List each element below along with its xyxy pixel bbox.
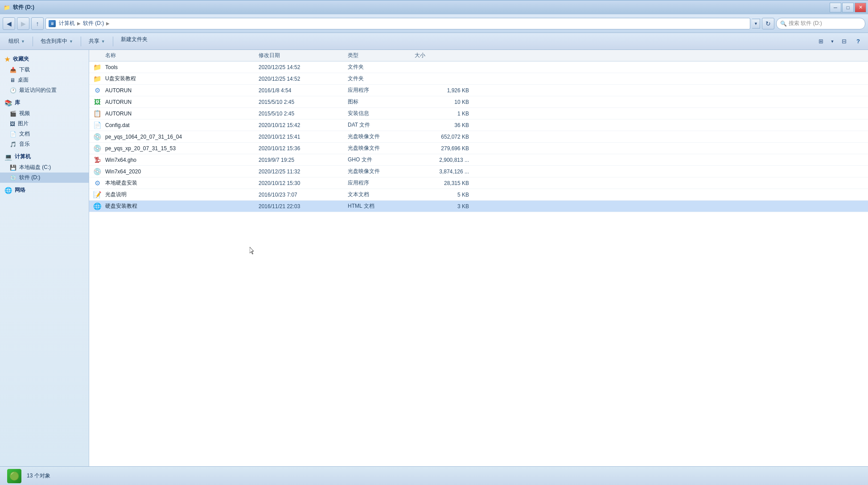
- table-row[interactable]: 🗜 Win7x64.gho 2019/9/7 19:25 GHO 文件 2,90…: [89, 154, 868, 166]
- sidebar-item-pictures[interactable]: 🖼 图片: [0, 119, 89, 129]
- back-button[interactable]: ◀: [3, 17, 15, 30]
- share-arrow: ▼: [101, 39, 105, 44]
- table-row[interactable]: 📋 AUTORUN 2015/5/10 2:45 安装信息 1 KB: [89, 108, 868, 119]
- sidebar-header-computer[interactable]: 💻 计算机: [0, 151, 89, 162]
- sidebar-item-downloads[interactable]: 📥 下载: [0, 65, 89, 75]
- file-name-9: Win7x64.gho: [105, 157, 259, 163]
- share-label: 共享: [89, 37, 99, 45]
- table-row[interactable]: 🌐 硬盘安装教程 2016/11/21 22:03 HTML 文档 3 KB: [89, 201, 868, 212]
- sidebar-item-music[interactable]: 🎵 音乐: [0, 139, 89, 149]
- drive-d-icon: 💿: [10, 175, 16, 181]
- sidebar-header-favorites[interactable]: ★ 收藏夹: [0, 53, 89, 65]
- table-row[interactable]: 📝 光盘说明 2016/10/23 7:07 文本文档 5 KB: [89, 189, 868, 201]
- table-row[interactable]: 💿 Win7x64_2020 2020/12/25 11:32 光盘映像文件 3…: [89, 166, 868, 177]
- view-toggle-button[interactable]: ⊟: [838, 35, 850, 48]
- toolbar-separator-1: [33, 37, 33, 46]
- file-type-9: GHO 文件: [348, 156, 415, 164]
- file-name-4: AUTORUN: [105, 99, 259, 105]
- recent-label: 最近访问的位置: [19, 86, 57, 94]
- file-date-12: 2016/10/23 7:07: [259, 192, 348, 198]
- file-size-12: 5 KB: [415, 192, 473, 198]
- documents-label: 文档: [19, 130, 30, 138]
- include-arrow: ▼: [69, 39, 73, 44]
- table-row[interactable]: ⚙ AUTORUN 2016/1/8 4:54 应用程序 1,926 KB: [89, 85, 868, 96]
- table-row[interactable]: 💿 pe_yqs_1064_20_07_31_16_04 2020/10/12 …: [89, 131, 868, 143]
- favorites-label: 收藏夹: [13, 55, 29, 63]
- search-icon: 🔍: [780, 21, 787, 27]
- file-date-2: 2020/12/25 14:52: [259, 76, 348, 82]
- address-icon: 🖥: [49, 20, 56, 27]
- sidebar-item-video[interactable]: 🎬 视频: [0, 108, 89, 119]
- file-type-12: 文本文档: [348, 191, 415, 198]
- breadcrumb-computer[interactable]: 计算机: [58, 19, 76, 28]
- file-date-13: 2016/11/21 22:03: [259, 203, 348, 210]
- table-row[interactable]: 📁 U盘安装教程 2020/12/25 14:52 文件夹: [89, 73, 868, 85]
- library-icon: 📚: [4, 99, 12, 107]
- table-row[interactable]: 📄 Config.dat 2020/10/12 15:42 DAT 文件 36 …: [89, 119, 868, 131]
- file-date-11: 2020/10/12 15:30: [259, 180, 348, 186]
- table-row[interactable]: 🖼 AUTORUN 2015/5/10 2:45 图标 10 KB: [89, 96, 868, 108]
- view-dropdown-arrow[interactable]: ▼: [829, 35, 836, 48]
- desktop-label: 桌面: [18, 76, 29, 84]
- view-dropdown-button[interactable]: ⊞: [815, 35, 827, 48]
- up-button[interactable]: ↑: [31, 17, 44, 30]
- file-date-5: 2015/5/10 2:45: [259, 111, 348, 117]
- sidebar-item-desktop[interactable]: 🖥 桌面: [0, 75, 89, 85]
- col-header-type[interactable]: 类型: [348, 52, 415, 59]
- file-icon-5: 📋: [89, 110, 105, 118]
- address-dropdown[interactable]: ▼: [752, 19, 760, 29]
- refresh-button[interactable]: ↻: [762, 18, 774, 29]
- forward-button[interactable]: ▶: [17, 17, 29, 30]
- help-button[interactable]: ?: [852, 35, 864, 48]
- file-date-9: 2019/9/7 19:25: [259, 157, 348, 163]
- computer-icon: 💻: [4, 153, 12, 160]
- sidebar-item-documents[interactable]: 📄 文档: [0, 129, 89, 139]
- share-button[interactable]: 共享 ▼: [84, 35, 110, 48]
- file-name-10: Win7x64_2020: [105, 169, 259, 175]
- title-bar-left: 📁 软件 (D:): [4, 4, 34, 11]
- col-header-size[interactable]: 大小: [415, 52, 473, 59]
- file-icon-3: ⚙: [89, 86, 105, 95]
- star-icon: ★: [4, 56, 10, 63]
- close-button[interactable]: ✕: [855, 3, 866, 12]
- video-icon: 🎬: [10, 111, 16, 117]
- sidebar-item-recent[interactable]: 🕐 最近访问的位置: [0, 85, 89, 95]
- file-icon-2: 📁: [89, 75, 105, 83]
- file-type-13: HTML 文档: [348, 202, 415, 210]
- file-date-1: 2020/12/25 14:52: [259, 64, 348, 70]
- col-header-date[interactable]: 修改日期: [259, 52, 348, 59]
- search-bar[interactable]: 🔍 搜索 软件 (D:): [776, 18, 865, 29]
- drive-d-label: 软件 (D:): [19, 174, 40, 181]
- sidebar-item-drive-c[interactable]: 💾 本地磁盘 (C:): [0, 162, 89, 173]
- recent-icon: 🕐: [10, 87, 16, 94]
- file-icon-10: 💿: [89, 168, 105, 176]
- table-row[interactable]: 📁 Tools 2020/12/25 14:52 文件夹: [89, 62, 868, 73]
- window-app-icon: 📁: [4, 4, 10, 11]
- table-row[interactable]: 💿 pe_yqs_xp_20_07_31_15_53 2020/10/12 15…: [89, 143, 868, 154]
- sidebar-item-drive-d[interactable]: 💿 软件 (D:): [0, 173, 89, 183]
- sidebar-section-network: 🌐 网络: [0, 185, 89, 196]
- col-header-name[interactable]: 名称: [89, 52, 259, 59]
- table-row[interactable]: ⚙ 本地硬盘安装 2020/10/12 15:30 应用程序 28,315 KB: [89, 177, 868, 189]
- breadcrumb-drive[interactable]: 软件 (D:): [82, 19, 105, 28]
- maximize-button[interactable]: □: [842, 3, 854, 12]
- include-button[interactable]: 包含到库中 ▼: [36, 35, 78, 48]
- window-title: 软件 (D:): [13, 4, 34, 11]
- file-size-11: 28,315 KB: [415, 180, 473, 186]
- file-name-3: AUTORUN: [105, 87, 259, 94]
- breadcrumb: 计算机 ▶ 软件 (D:) ▶: [58, 19, 747, 28]
- video-label: 视频: [19, 110, 30, 117]
- file-size-7: 652,072 KB: [415, 134, 473, 140]
- organize-button[interactable]: 组织 ▼: [4, 35, 30, 48]
- minimize-button[interactable]: ─: [830, 3, 841, 12]
- file-rows-container: 📁 Tools 2020/12/25 14:52 文件夹 📁 U盘安装教程 20…: [89, 62, 868, 212]
- music-label: 音乐: [19, 140, 30, 148]
- network-icon: 🌐: [4, 187, 12, 194]
- file-name-12: 光盘说明: [105, 191, 259, 198]
- sidebar-section-computer: 💻 计算机 💾 本地磁盘 (C:) 💿 软件 (D:): [0, 151, 89, 183]
- sidebar: ★ 收藏夹 📥 下载 🖥 桌面 🕐 最近访问的位置 📚 库: [0, 50, 89, 466]
- sidebar-header-library[interactable]: 📚 库: [0, 97, 89, 108]
- new-folder-button[interactable]: 新建文件夹: [116, 35, 152, 48]
- file-name-11: 本地硬盘安装: [105, 179, 259, 187]
- sidebar-header-network[interactable]: 🌐 网络: [0, 185, 89, 196]
